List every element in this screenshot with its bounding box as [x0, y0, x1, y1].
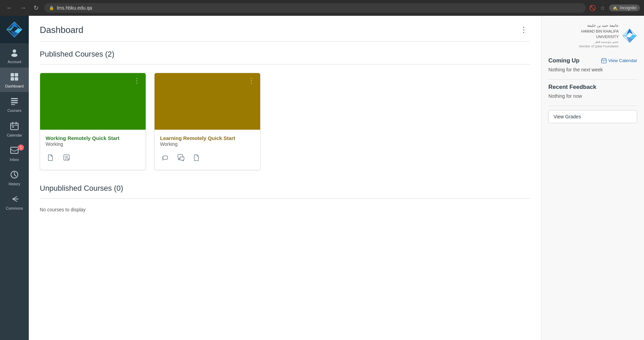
sidebar-item-commons[interactable]: Commons [0, 190, 29, 214]
rs-divider-2 [548, 106, 637, 106]
published-courses-title: Published Courses (2) [40, 50, 530, 59]
university-logo-icon [622, 28, 637, 43]
svg-rect-30 [180, 157, 184, 160]
svg-rect-9 [11, 77, 14, 81]
courses-icon [10, 97, 19, 107]
svg-rect-12 [11, 100, 18, 101]
address-bar[interactable]: 🔒 lms.hbku.edu.qa [44, 3, 586, 13]
recent-feedback-title: Recent Feedback [548, 84, 637, 91]
sidebar-item-history-label: History [9, 182, 20, 186]
right-sidebar: جامعة حمد بن خليفة HAMAD BIN KHALIFA UNI… [541, 16, 644, 340]
page-title: Dashboard [40, 25, 83, 35]
course-card-2-image: ⋮ [155, 73, 260, 130]
camera-off-icon: 🚫 [589, 5, 596, 11]
reload-button[interactable]: ↻ [32, 3, 41, 13]
incognito-icon: 🕵 [612, 5, 618, 10]
rs-divider-1 [548, 79, 637, 80]
incognito-badge: 🕵 Incognito [609, 4, 640, 11]
unpublished-courses-title: Unpublished Courses (0) [40, 184, 530, 193]
course-card-2-icons [160, 152, 255, 164]
coming-up-section: Coming Up 3 View Calendar Nothing for th… [548, 57, 637, 72]
sidebar-item-account[interactable]: Account [0, 43, 29, 68]
svg-marker-1 [11, 22, 18, 28]
sidebar-item-inbox-label: Inbox [10, 157, 19, 162]
calendar-small-icon: 3 [601, 58, 607, 63]
commons-icon [10, 195, 19, 205]
courses-grid: ⋮ Working Remotely Quick Start Working [40, 73, 530, 170]
url-text: lms.hbku.edu.qa [57, 5, 92, 11]
sidebar-item-dashboard[interactable]: Dashboard [0, 68, 29, 92]
course-card-2-title[interactable]: Learning Remotely Quick Start [160, 135, 235, 141]
coming-up-title: Coming Up [548, 57, 580, 64]
inbox-badge: 1 [18, 144, 24, 151]
course-card-1: ⋮ Working Remotely Quick Start Working [40, 73, 146, 170]
account-icon [10, 48, 19, 58]
university-sub-en: Member of Qatar Foundation [579, 44, 619, 49]
university-name-ar: جامعة حمد بن خليفة [579, 23, 619, 28]
sidebar-item-courses-label: Courses [8, 108, 22, 113]
sidebar-item-calendar[interactable]: Calendar [0, 117, 29, 141]
svg-rect-14 [11, 104, 15, 105]
university-name-en: HAMAD BIN KHALIFA [579, 28, 619, 34]
course-card-1-subtitle: Working [46, 141, 140, 147]
svg-rect-7 [11, 73, 14, 77]
sidebar-logo [0, 16, 29, 43]
university-name-en2: UNIVERSITY [579, 34, 619, 40]
course-card-2-menu-button[interactable]: ⋮ [246, 77, 257, 85]
coming-up-header: Coming Up 3 View Calendar [548, 57, 637, 64]
coming-up-text: Nothing for the next week [548, 67, 637, 72]
main-content: Dashboard ⋮ Published Courses (2) ⋮ Work… [29, 16, 541, 340]
svg-point-6 [11, 54, 17, 57]
svg-rect-15 [11, 123, 18, 130]
recent-feedback-section: Recent Feedback Nothing for now [548, 84, 637, 99]
sidebar-item-account-label: Account [8, 60, 21, 64]
sidebar-item-calendar-label: Calendar [7, 133, 22, 138]
forward-button[interactable]: → [18, 3, 28, 13]
sidebar-item-inbox[interactable]: 1 Inbox [0, 141, 29, 165]
header-divider [40, 41, 530, 42]
app-container: Account Dashboard [0, 16, 644, 340]
app-logo [6, 21, 23, 38]
sidebar: Account Dashboard [0, 16, 29, 340]
view-calendar-button[interactable]: 3 View Calendar [601, 58, 637, 63]
history-icon [10, 170, 19, 180]
course-card-2: ⋮ Learning Remotely Quick Start Working [154, 73, 260, 170]
svg-rect-19 [12, 126, 14, 128]
view-grades-label: View Grades [554, 114, 581, 119]
course-card-1-assignments-icon[interactable] [61, 152, 72, 164]
sidebar-item-commons-label: Commons [6, 206, 23, 211]
svg-rect-10 [15, 77, 18, 81]
sidebar-item-dashboard-label: Dashboard [5, 84, 24, 89]
course-card-1-image: ⋮ [40, 73, 146, 130]
page-header: Dashboard ⋮ [40, 24, 530, 36]
svg-marker-32 [626, 29, 633, 34]
svg-point-5 [13, 49, 16, 53]
lock-icon: 🔒 [49, 5, 54, 10]
header-menu-button[interactable]: ⋮ [517, 24, 530, 36]
course-card-1-files-icon[interactable] [46, 152, 56, 164]
calendar-icon [10, 121, 19, 132]
svg-rect-20 [11, 147, 18, 153]
back-button[interactable]: ← [4, 3, 14, 13]
unpublished-divider [40, 198, 530, 199]
course-card-2-files-icon[interactable] [192, 152, 202, 164]
dashboard-icon [10, 72, 19, 83]
university-text: جامعة حمد بن خليفة HAMAD BIN KHALIFA UNI… [579, 23, 619, 49]
sidebar-item-courses[interactable]: Courses [0, 92, 29, 116]
course-card-1-menu-button[interactable]: ⋮ [131, 77, 142, 85]
course-card-1-title[interactable]: Working Remotely Quick Start [46, 135, 120, 141]
recent-feedback-text: Nothing for now [548, 93, 637, 99]
sidebar-item-history[interactable]: History [0, 165, 29, 190]
published-divider [40, 64, 530, 65]
browser-actions: 🚫 ☆ 🕵 Incognito [589, 4, 640, 11]
university-logo: جامعة حمد بن خليفة HAMAD BIN KHALIFA UNI… [548, 23, 637, 49]
course-card-2-discussions-icon[interactable] [176, 152, 186, 164]
view-calendar-label: View Calendar [608, 58, 637, 63]
svg-rect-8 [15, 73, 18, 77]
no-courses-text: No courses to display [40, 207, 530, 212]
svg-rect-11 [11, 98, 18, 99]
course-card-2-announcements-icon[interactable] [160, 152, 170, 164]
course-card-1-icons [46, 152, 140, 164]
svg-text:3: 3 [603, 61, 604, 63]
view-grades-button[interactable]: View Grades [548, 110, 637, 123]
